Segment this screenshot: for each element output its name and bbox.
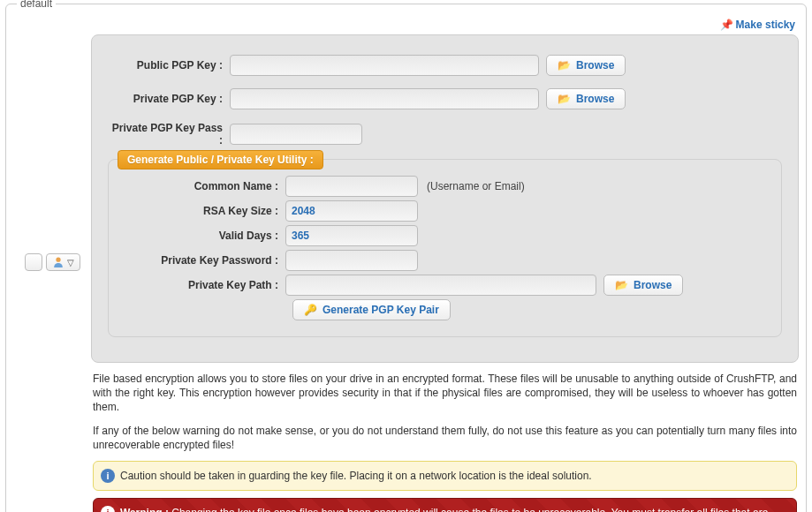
warning-label: Warning :: [120, 507, 169, 512]
make-sticky-label: Make sticky: [736, 19, 795, 31]
make-sticky-link[interactable]: 📌Make sticky: [720, 19, 795, 31]
generate-label: Generate PGP Key Pair: [323, 304, 439, 316]
user-dropdown[interactable]: ▽: [46, 253, 80, 271]
key-icon: 🔑: [304, 304, 317, 316]
private-key-path-label: Private Key Path :: [118, 279, 285, 291]
private-key-password-label: Private Key Password :: [118, 254, 285, 267]
browse-label: Browse: [576, 93, 614, 105]
private-pgp-key-input[interactable]: [230, 88, 539, 109]
private-key-password-input[interactable]: [285, 250, 418, 271]
rsa-key-size-input[interactable]: [285, 200, 418, 222]
user-selector: ▽: [25, 253, 80, 271]
public-pgp-key-input[interactable]: [230, 55, 539, 76]
left-column: ▽: [13, 24, 91, 271]
private-key-path-input[interactable]: [285, 275, 596, 296]
description-1: File based encryption allows you to stor…: [93, 372, 797, 415]
svg-point-0: [56, 258, 60, 262]
caution-text: Caution should be taken in guarding the …: [120, 470, 592, 482]
warning-text: Changing the key file once files have be…: [120, 507, 785, 512]
user-checkbox[interactable]: [25, 253, 42, 271]
browse-label: Browse: [634, 279, 672, 291]
private-pgp-browse-button[interactable]: 📂 Browse: [546, 88, 626, 109]
browse-label: Browse: [576, 59, 614, 72]
chevron-down-icon: ▽: [67, 258, 74, 267]
pin-icon: 📌: [720, 19, 733, 31]
default-fieldset: default ▽ 📌Make sticky: [5, 4, 807, 512]
user-icon: [52, 256, 65, 268]
description-2: If any of the below warning do not make …: [93, 424, 797, 452]
keygen-fieldset: Generate Public / Private Key Utility : …: [108, 159, 782, 337]
warning-icon: i: [101, 506, 115, 512]
public-pgp-key-label: Public PGP Key :: [106, 59, 230, 72]
caution-alert: i Caution should be taken in guarding th…: [93, 461, 797, 491]
private-pgp-key-label: Private PGP Key :: [106, 93, 230, 105]
warning-alert: i Warning : Changing the key file once f…: [93, 498, 797, 512]
private-key-path-browse-button[interactable]: 📂 Browse: [603, 275, 683, 296]
private-pgp-key-pass-input[interactable]: [230, 124, 362, 145]
rsa-key-size-label: RSA Key Size :: [118, 205, 285, 217]
fieldset-legend: default: [17, 0, 56, 10]
pgp-panel: Public PGP Key : 📂 Browse Private PGP Ke…: [91, 34, 799, 363]
keygen-legend: Generate Public / Private Key Utility :: [118, 150, 323, 169]
common-name-label: Common Name :: [118, 180, 285, 192]
common-name-hint: (Username or Email): [427, 180, 525, 192]
right-column: 📌Make sticky Public PGP Key : 📂 Browse P…: [91, 24, 799, 512]
info-icon: i: [101, 469, 115, 483]
valid-days-label: Valid Days :: [118, 230, 285, 242]
generate-pgp-key-pair-button[interactable]: 🔑 Generate PGP Key Pair: [292, 299, 451, 320]
folder-icon: 📂: [558, 59, 571, 72]
private-pgp-key-pass-label: Private PGP Key Pass :: [106, 122, 230, 147]
folder-icon: 📂: [615, 279, 628, 291]
common-name-input[interactable]: [285, 176, 418, 197]
folder-icon: 📂: [558, 93, 571, 105]
public-pgp-browse-button[interactable]: 📂 Browse: [546, 55, 626, 76]
valid-days-input[interactable]: [285, 225, 418, 246]
